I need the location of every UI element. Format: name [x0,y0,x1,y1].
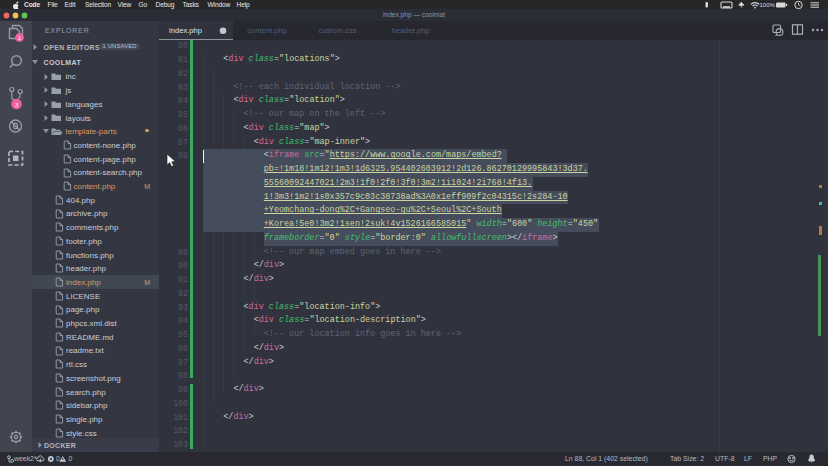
svg-text:100%: 100% [760,2,776,8]
svg-text:3: 3 [15,101,19,108]
